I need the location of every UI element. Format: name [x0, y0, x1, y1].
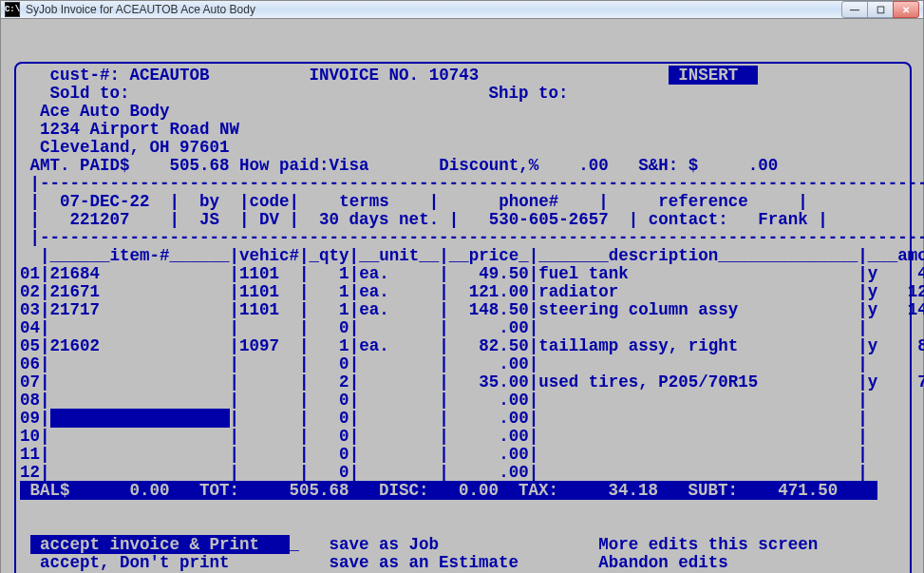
unit-cell: ea. — [359, 336, 439, 355]
row-num: 01 — [20, 264, 40, 283]
flag-cell — [868, 427, 878, 446]
row-num: 10 — [20, 427, 40, 446]
contact-label: contact: — [649, 210, 728, 229]
desc-cell — [538, 409, 858, 428]
by-label: by — [199, 192, 230, 211]
minimize-button[interactable]: — — [841, 1, 868, 18]
unit-cell: ea. — [359, 282, 439, 301]
discount-label: Discount,% — [439, 156, 538, 175]
flag-cell: y — [868, 282, 878, 301]
qty-cell: 2 — [310, 372, 349, 392]
amt-paid-label: AMT. PAID$ — [20, 156, 130, 175]
contact-value: Frank — [758, 210, 808, 229]
row-num: 04 — [20, 318, 40, 337]
flag-cell — [868, 354, 878, 373]
item-input-cursor[interactable] — [50, 409, 230, 428]
ship-to-label: Ship to: — [489, 84, 569, 103]
sold-to-address-1: 1234 Airport Road NW — [40, 120, 239, 139]
unit-cell: ea. — [359, 264, 439, 283]
qty-cell: 1 — [310, 336, 349, 355]
invoice-no: 10743 — [429, 66, 669, 85]
flag-cell: y — [868, 336, 878, 355]
menu-accept-print[interactable]: accept invoice & Print — [30, 535, 290, 554]
qty-cell: 1 — [310, 282, 349, 301]
item-cell — [50, 427, 230, 446]
maximize-button[interactable]: ☐ — [867, 1, 894, 18]
unit-cell — [359, 372, 439, 392]
row-num: 11 — [20, 445, 40, 464]
row-num: 08 — [20, 391, 40, 410]
menu-save-estimate[interactable]: save as an Estimate — [330, 553, 599, 572]
item-cell — [50, 445, 230, 464]
qty-cell: 0 — [310, 391, 349, 410]
menu-save-job[interactable]: save as Job — [330, 535, 599, 554]
row-num: 05 — [20, 336, 40, 355]
flag-cell — [868, 391, 878, 410]
unit-cell — [359, 354, 439, 373]
price-cell: .00 — [449, 427, 529, 446]
qty-cell: 1 — [310, 300, 349, 319]
price-cell: .00 — [449, 463, 529, 482]
amount-cell: 148.50 — [877, 300, 924, 319]
vehic-cell: 1101 — [239, 282, 299, 301]
col-vehic: vehic# — [239, 246, 299, 265]
vehic-cell: 1101 — [239, 264, 299, 283]
amount-cell: .00 — [877, 409, 924, 428]
price-cell: 148.50 — [449, 300, 529, 319]
unit-cell — [359, 463, 439, 482]
price-cell: .00 — [449, 391, 529, 410]
desc-cell: radiator — [538, 282, 858, 301]
menu-accept-noprint[interactable]: accept, Don't print — [30, 553, 330, 572]
item-cell — [50, 354, 230, 373]
col-description: _______description______________ — [538, 246, 858, 265]
vehic-cell — [239, 463, 299, 482]
desc-cell: used tires, P205/70R15 — [538, 372, 858, 392]
menu-more-edits[interactable]: More edits this screen — [598, 535, 818, 554]
meta-date: 07-DEC-22 — [60, 192, 160, 211]
desc-cell — [538, 318, 858, 337]
cust-id: ACEAUTOB — [130, 66, 310, 85]
desc-cell — [538, 391, 858, 410]
desc-cell — [538, 427, 858, 446]
flag-cell — [868, 445, 878, 464]
row-num: 02 — [20, 282, 40, 301]
col-qty: _qty — [310, 246, 349, 265]
qty-cell: 0 — [310, 427, 349, 446]
unit-cell — [359, 409, 439, 428]
unit-cell — [359, 445, 439, 464]
desc-cell: steering column assy — [538, 300, 858, 319]
item-cell — [50, 463, 230, 482]
desc-cell — [538, 445, 858, 464]
col-price: __price_ — [449, 246, 529, 265]
close-button[interactable]: ✕ — [893, 1, 919, 18]
unit-cell: ea. — [359, 300, 439, 319]
row-num: 07 — [20, 372, 40, 392]
qty-cell: 0 — [310, 318, 349, 337]
by-value: JS — [199, 210, 230, 229]
amount-cell: 82.50 — [877, 336, 924, 355]
item-cell — [50, 372, 230, 392]
terminal-screen: cust-#: ACEAUTOB INVOICE NO. 10743 INSER… — [1, 19, 923, 573]
qty-cell: 0 — [310, 409, 349, 428]
menu-cursor-mark: _ — [290, 535, 300, 554]
vehic-cell — [239, 445, 299, 464]
window-title: SyJob Invoice for ACEAUTOB Ace Auto Body — [26, 3, 842, 16]
desc-cell — [538, 354, 858, 373]
vehic-cell — [239, 391, 299, 410]
price-cell: 82.50 — [449, 336, 529, 355]
desc-cell: taillamp assy, right — [538, 336, 858, 355]
price-cell: .00 — [449, 354, 529, 373]
qty-cell: 0 — [310, 354, 349, 373]
amount-cell: .00 — [877, 463, 924, 482]
sh-value: .00 — [698, 156, 778, 175]
window-controls: — ☐ ✕ — [842, 1, 919, 18]
menu-abandon[interactable]: Abandon edits — [598, 553, 728, 572]
how-paid-label: How paid: — [239, 156, 330, 175]
amount-cell: .00 — [877, 427, 924, 446]
flag-cell: y — [868, 372, 878, 392]
code-value: DV — [259, 210, 279, 229]
flag-cell: y — [868, 300, 878, 319]
item-cell: 21684 — [50, 264, 230, 283]
vehic-cell — [239, 354, 299, 373]
item-cell: 21717 — [50, 300, 230, 319]
